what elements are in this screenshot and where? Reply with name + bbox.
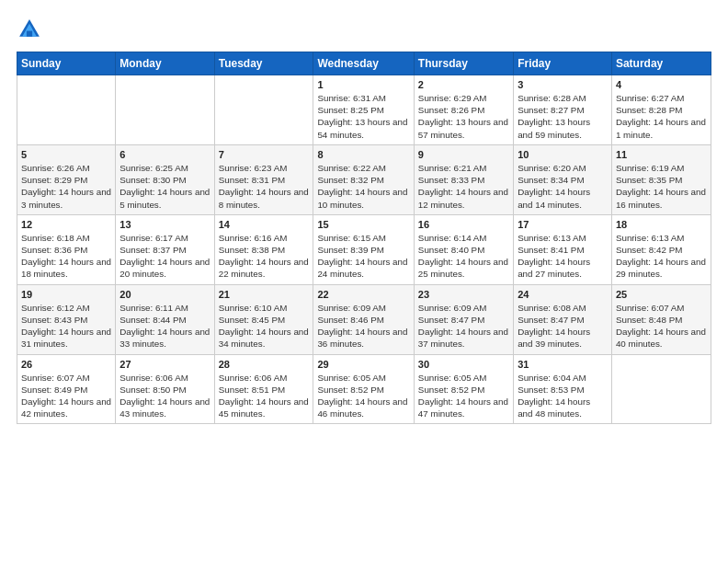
day-info: Sunrise: 6:17 AM Sunset: 8:37 PM Dayligh… bbox=[119, 232, 210, 281]
calendar-table: SundayMondayTuesdayWednesdayThursdayFrid… bbox=[17, 52, 711, 424]
day-cell: 21Sunrise: 6:10 AM Sunset: 8:45 PM Dayli… bbox=[214, 284, 313, 354]
header bbox=[17, 17, 711, 42]
day-number: 11 bbox=[616, 149, 707, 160]
day-cell bbox=[214, 75, 313, 145]
day-number: 25 bbox=[616, 289, 707, 300]
day-number: 20 bbox=[119, 289, 210, 300]
day-cell: 27Sunrise: 6:06 AM Sunset: 8:50 PM Dayli… bbox=[116, 354, 214, 424]
day-info: Sunrise: 6:08 AM Sunset: 8:47 PM Dayligh… bbox=[518, 302, 608, 350]
day-number: 1 bbox=[317, 79, 409, 90]
day-number: 30 bbox=[418, 359, 509, 370]
day-cell: 3Sunrise: 6:28 AM Sunset: 8:27 PM Daylig… bbox=[514, 75, 612, 145]
day-info: Sunrise: 6:27 AM Sunset: 8:28 PM Dayligh… bbox=[616, 92, 707, 141]
day-info: Sunrise: 6:15 AM Sunset: 8:39 PM Dayligh… bbox=[317, 232, 409, 281]
day-number: 21 bbox=[219, 289, 310, 300]
weekday-header-sunday: Sunday bbox=[17, 52, 116, 75]
day-cell: 24Sunrise: 6:08 AM Sunset: 8:47 PM Dayli… bbox=[514, 284, 612, 354]
day-cell: 7Sunrise: 6:23 AM Sunset: 8:31 PM Daylig… bbox=[214, 144, 313, 214]
day-number: 28 bbox=[219, 359, 310, 370]
day-cell: 5Sunrise: 6:26 AM Sunset: 8:29 PM Daylig… bbox=[17, 144, 116, 214]
weekday-header-thursday: Thursday bbox=[414, 52, 513, 75]
day-info: Sunrise: 6:13 AM Sunset: 8:41 PM Dayligh… bbox=[518, 232, 608, 281]
week-row-3: 12Sunrise: 6:18 AM Sunset: 8:36 PM Dayli… bbox=[17, 214, 711, 284]
day-cell: 4Sunrise: 6:27 AM Sunset: 8:28 PM Daylig… bbox=[611, 75, 711, 145]
week-row-2: 5Sunrise: 6:26 AM Sunset: 8:29 PM Daylig… bbox=[17, 144, 711, 214]
day-info: Sunrise: 6:10 AM Sunset: 8:45 PM Dayligh… bbox=[219, 302, 310, 350]
day-number: 27 bbox=[119, 359, 210, 370]
week-row-4: 19Sunrise: 6:12 AM Sunset: 8:43 PM Dayli… bbox=[17, 284, 711, 354]
day-number: 16 bbox=[418, 219, 509, 230]
day-info: Sunrise: 6:28 AM Sunset: 8:27 PM Dayligh… bbox=[518, 92, 608, 141]
day-cell: 15Sunrise: 6:15 AM Sunset: 8:39 PM Dayli… bbox=[313, 214, 414, 284]
day-number: 19 bbox=[21, 289, 111, 300]
day-info: Sunrise: 6:21 AM Sunset: 8:33 PM Dayligh… bbox=[418, 162, 509, 211]
day-info: Sunrise: 6:09 AM Sunset: 8:46 PM Dayligh… bbox=[317, 302, 409, 350]
day-number: 31 bbox=[518, 359, 608, 370]
day-info: Sunrise: 6:04 AM Sunset: 8:53 PM Dayligh… bbox=[518, 372, 608, 420]
day-number: 8 bbox=[317, 149, 409, 160]
weekday-header-wednesday: Wednesday bbox=[313, 52, 414, 75]
day-cell: 29Sunrise: 6:05 AM Sunset: 8:52 PM Dayli… bbox=[313, 354, 414, 424]
day-cell: 2Sunrise: 6:29 AM Sunset: 8:26 PM Daylig… bbox=[414, 75, 513, 145]
day-info: Sunrise: 6:31 AM Sunset: 8:25 PM Dayligh… bbox=[317, 92, 409, 141]
day-info: Sunrise: 6:19 AM Sunset: 8:35 PM Dayligh… bbox=[616, 162, 707, 211]
day-info: Sunrise: 6:14 AM Sunset: 8:40 PM Dayligh… bbox=[418, 232, 509, 281]
day-info: Sunrise: 6:06 AM Sunset: 8:51 PM Dayligh… bbox=[219, 372, 310, 420]
day-cell: 25Sunrise: 6:07 AM Sunset: 8:48 PM Dayli… bbox=[611, 284, 711, 354]
day-cell: 20Sunrise: 6:11 AM Sunset: 8:44 PM Dayli… bbox=[116, 284, 214, 354]
logo-icon bbox=[17, 17, 42, 42]
week-row-1: 1Sunrise: 6:31 AM Sunset: 8:25 PM Daylig… bbox=[17, 75, 711, 145]
day-info: Sunrise: 6:12 AM Sunset: 8:43 PM Dayligh… bbox=[21, 302, 111, 350]
day-number: 13 bbox=[119, 219, 210, 230]
day-cell: 26Sunrise: 6:07 AM Sunset: 8:49 PM Dayli… bbox=[17, 354, 116, 424]
day-number: 4 bbox=[616, 79, 707, 90]
day-number: 17 bbox=[518, 219, 608, 230]
week-row-5: 26Sunrise: 6:07 AM Sunset: 8:49 PM Dayli… bbox=[17, 354, 711, 424]
day-cell: 22Sunrise: 6:09 AM Sunset: 8:46 PM Dayli… bbox=[313, 284, 414, 354]
day-info: Sunrise: 6:11 AM Sunset: 8:44 PM Dayligh… bbox=[119, 302, 210, 350]
day-cell: 30Sunrise: 6:05 AM Sunset: 8:52 PM Dayli… bbox=[414, 354, 513, 424]
day-info: Sunrise: 6:07 AM Sunset: 8:48 PM Dayligh… bbox=[616, 302, 707, 350]
day-cell: 10Sunrise: 6:20 AM Sunset: 8:34 PM Dayli… bbox=[514, 144, 612, 214]
day-cell bbox=[611, 354, 711, 424]
day-cell: 11Sunrise: 6:19 AM Sunset: 8:35 PM Dayli… bbox=[611, 144, 711, 214]
weekday-header-friday: Friday bbox=[514, 52, 612, 75]
day-info: Sunrise: 6:18 AM Sunset: 8:36 PM Dayligh… bbox=[21, 232, 111, 281]
day-info: Sunrise: 6:29 AM Sunset: 8:26 PM Dayligh… bbox=[418, 92, 509, 141]
day-info: Sunrise: 6:23 AM Sunset: 8:31 PM Dayligh… bbox=[219, 162, 310, 211]
day-cell bbox=[17, 75, 116, 145]
day-cell: 16Sunrise: 6:14 AM Sunset: 8:40 PM Dayli… bbox=[414, 214, 513, 284]
day-cell: 19Sunrise: 6:12 AM Sunset: 8:43 PM Dayli… bbox=[17, 284, 116, 354]
day-number: 9 bbox=[418, 149, 509, 160]
day-info: Sunrise: 6:07 AM Sunset: 8:49 PM Dayligh… bbox=[21, 372, 111, 420]
day-cell: 18Sunrise: 6:13 AM Sunset: 8:42 PM Dayli… bbox=[611, 214, 711, 284]
day-number: 15 bbox=[317, 219, 409, 230]
day-cell: 1Sunrise: 6:31 AM Sunset: 8:25 PM Daylig… bbox=[313, 75, 414, 145]
day-info: Sunrise: 6:06 AM Sunset: 8:50 PM Dayligh… bbox=[119, 372, 210, 420]
day-cell: 8Sunrise: 6:22 AM Sunset: 8:32 PM Daylig… bbox=[313, 144, 414, 214]
day-number: 22 bbox=[317, 289, 409, 300]
weekday-header-monday: Monday bbox=[116, 52, 214, 75]
day-info: Sunrise: 6:26 AM Sunset: 8:29 PM Dayligh… bbox=[21, 162, 111, 211]
logo bbox=[17, 17, 44, 42]
day-cell: 23Sunrise: 6:09 AM Sunset: 8:47 PM Dayli… bbox=[414, 284, 513, 354]
day-number: 3 bbox=[518, 79, 608, 90]
day-cell: 31Sunrise: 6:04 AM Sunset: 8:53 PM Dayli… bbox=[514, 354, 612, 424]
day-number: 18 bbox=[616, 219, 707, 230]
day-info: Sunrise: 6:20 AM Sunset: 8:34 PM Dayligh… bbox=[518, 162, 608, 211]
day-number: 29 bbox=[317, 359, 409, 370]
day-info: Sunrise: 6:25 AM Sunset: 8:30 PM Dayligh… bbox=[119, 162, 210, 211]
day-number: 14 bbox=[219, 219, 310, 230]
weekday-header-saturday: Saturday bbox=[611, 52, 711, 75]
day-number: 24 bbox=[518, 289, 608, 300]
day-cell: 17Sunrise: 6:13 AM Sunset: 8:41 PM Dayli… bbox=[514, 214, 612, 284]
day-info: Sunrise: 6:16 AM Sunset: 8:38 PM Dayligh… bbox=[219, 232, 310, 281]
day-cell: 6Sunrise: 6:25 AM Sunset: 8:30 PM Daylig… bbox=[116, 144, 214, 214]
day-cell: 28Sunrise: 6:06 AM Sunset: 8:51 PM Dayli… bbox=[214, 354, 313, 424]
day-number: 10 bbox=[518, 149, 608, 160]
day-number: 26 bbox=[21, 359, 111, 370]
day-cell: 14Sunrise: 6:16 AM Sunset: 8:38 PM Dayli… bbox=[214, 214, 313, 284]
svg-rect-2 bbox=[27, 31, 32, 37]
day-cell: 13Sunrise: 6:17 AM Sunset: 8:37 PM Dayli… bbox=[116, 214, 214, 284]
day-cell bbox=[116, 75, 214, 145]
